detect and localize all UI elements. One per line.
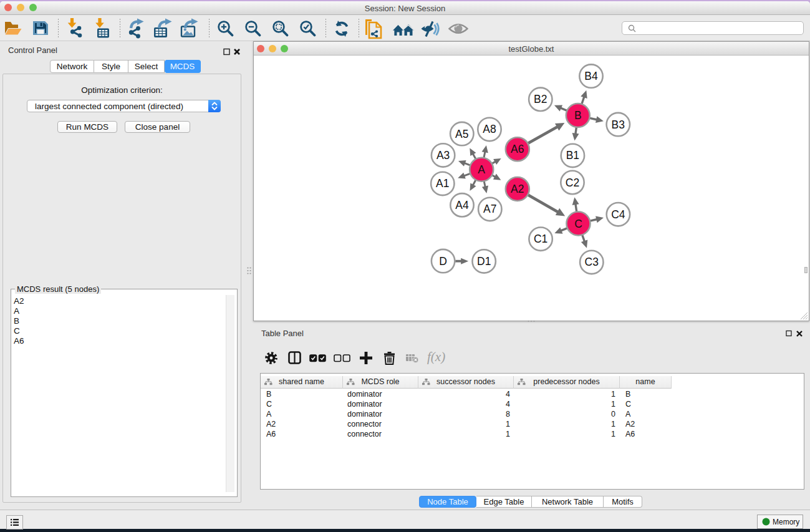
svg-text:A8: A8 (483, 123, 496, 135)
svg-text:C: C (574, 218, 582, 230)
svg-text:C3: C3 (585, 256, 599, 268)
svg-text:B: B (574, 109, 582, 122)
svg-text:A3: A3 (436, 149, 450, 162)
svg-text:A5: A5 (455, 128, 468, 140)
svg-text:A2: A2 (511, 183, 524, 195)
svg-text:A1: A1 (436, 177, 449, 190)
svg-text:D1: D1 (477, 255, 491, 268)
svg-text:A6: A6 (511, 143, 524, 155)
svg-text:A4: A4 (455, 199, 469, 211)
svg-text:B2: B2 (534, 93, 547, 105)
svg-text:B3: B3 (612, 118, 625, 131)
svg-text:C2: C2 (566, 177, 579, 189)
svg-text:B4: B4 (584, 70, 598, 82)
svg-text:C1: C1 (534, 233, 547, 245)
svg-text:A7: A7 (483, 203, 496, 215)
svg-text:B1: B1 (566, 149, 579, 162)
svg-text:A: A (478, 163, 485, 176)
svg-text:C4: C4 (611, 208, 625, 221)
svg-text:D: D (439, 255, 447, 268)
